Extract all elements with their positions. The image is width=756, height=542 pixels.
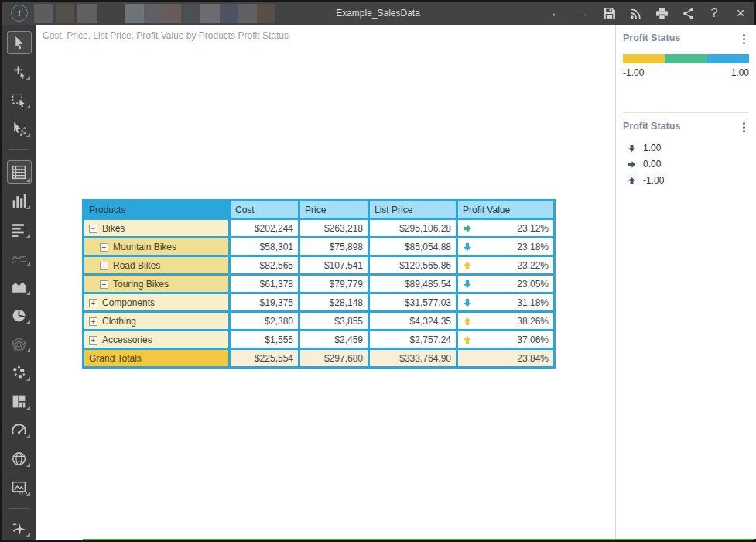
list-price-total-cell[interactable]: $333,764.90: [370, 350, 456, 366]
column-header-list-price[interactable]: List Price: [370, 201, 456, 218]
price-cell[interactable]: $75,898: [300, 238, 368, 255]
price-cell[interactable]: $28,148: [300, 294, 368, 310]
list-price-cell[interactable]: $4,324.35: [370, 313, 456, 329]
tool-line-chart[interactable]: [8, 249, 31, 267]
profit-cell[interactable]: 31.18%: [458, 294, 553, 310]
row-label: Bikes: [102, 223, 125, 234]
tool-gauge[interactable]: [8, 420, 31, 439]
price-cell[interactable]: $263,218: [300, 220, 368, 236]
toolbar-button-redacted[interactable]: [125, 4, 144, 23]
tool-select-pointer[interactable]: [7, 31, 32, 54]
profit-cell[interactable]: 23.12%: [458, 220, 553, 236]
column-header-profit-value[interactable]: Profit Value: [458, 201, 553, 218]
toolbar-button-redacted[interactable]: [257, 4, 275, 23]
toolbar-button-redacted[interactable]: [181, 4, 200, 23]
row-label-cell[interactable]: −Bikes: [84, 220, 228, 236]
tool-ai-assistant[interactable]: [8, 519, 31, 537]
list-price-cell[interactable]: $85,054.88: [370, 238, 456, 255]
row-label-cell[interactable]: +Mountain Bikes: [84, 238, 228, 255]
expand-button[interactable]: +: [100, 262, 108, 270]
profit-cell[interactable]: 37.06%: [458, 331, 553, 348]
column-header-cost[interactable]: Cost: [231, 201, 298, 218]
tool-radar-chart[interactable]: [8, 334, 31, 353]
table-header-row: Products Cost Price List Price Profit Va…: [84, 201, 553, 218]
expand-button[interactable]: +: [89, 299, 97, 307]
cost-cell[interactable]: $61,378: [231, 276, 298, 292]
expand-button[interactable]: +: [100, 280, 108, 289]
tool-image-custom[interactable]: </>: [8, 478, 31, 496]
tool-scatter-chart[interactable]: [8, 363, 31, 382]
profit-total-cell[interactable]: 23.84%: [458, 350, 553, 366]
column-header-price[interactable]: Price: [300, 201, 368, 218]
toolbar-button-redacted[interactable]: [220, 4, 238, 23]
toolbar-button-redacted[interactable]: [34, 4, 53, 23]
expand-button[interactable]: +: [100, 243, 108, 252]
pivot-table[interactable]: Products Cost Price List Price Profit Va…: [82, 199, 556, 369]
toolbar-button-redacted[interactable]: [238, 4, 257, 23]
price-total-cell[interactable]: $297,680: [300, 350, 368, 366]
cost-cell[interactable]: $58,301: [231, 238, 298, 255]
tool-map[interactable]: [8, 449, 31, 468]
list-price-cell[interactable]: $31,577.03: [370, 294, 456, 310]
kebab-menu-icon[interactable]: [738, 121, 749, 133]
price-cell[interactable]: $79,779: [300, 276, 368, 292]
tool-treemap[interactable]: [8, 392, 31, 410]
close-icon[interactable]: ×: [733, 5, 748, 21]
expand-button[interactable]: +: [89, 317, 97, 326]
share-icon[interactable]: [680, 5, 696, 21]
row-label-cell[interactable]: +Clothing: [84, 313, 228, 329]
toolbar-button-redacted[interactable]: [56, 4, 74, 23]
toolbar-button-redacted[interactable]: [77, 4, 97, 23]
cost-total-cell[interactable]: $225,554: [231, 350, 298, 366]
column-header-products[interactable]: Products: [84, 201, 228, 218]
expand-button[interactable]: +: [89, 336, 97, 345]
profit-cell[interactable]: 23.18%: [458, 238, 553, 255]
print-icon[interactable]: [654, 5, 669, 21]
help-icon[interactable]: ?: [706, 5, 722, 21]
list-price-cell[interactable]: $89,485.54: [370, 276, 456, 292]
legend-title: Profit Status: [623, 33, 680, 43]
collapse-button[interactable]: −: [89, 225, 97, 233]
toolbar-button-redacted[interactable]: [200, 4, 220, 23]
list-price-cell[interactable]: $295,106.28: [370, 220, 456, 236]
list-price-cell[interactable]: $2,757.24: [370, 331, 456, 348]
tool-grid[interactable]: [7, 160, 32, 184]
row-label-cell[interactable]: +Components: [84, 294, 228, 310]
profit-cell[interactable]: 23.22%: [458, 257, 553, 273]
cost-cell[interactable]: $202,244: [231, 220, 298, 236]
table-row: +Components $19,375 $28,148 $31,577.03 3…: [84, 294, 553, 310]
kebab-menu-icon[interactable]: [738, 33, 749, 45]
tool-bar-chart[interactable]: [8, 220, 31, 238]
grand-totals-label-cell[interactable]: Grand Totals: [84, 350, 228, 366]
info-icon[interactable]: i: [11, 5, 28, 22]
row-label-cell[interactable]: +Touring Bikes: [84, 276, 228, 292]
cost-cell[interactable]: $1,555: [231, 331, 298, 348]
price-cell[interactable]: $2,459: [300, 331, 368, 348]
tool-area-chart[interactable]: [8, 277, 31, 296]
row-label-cell[interactable]: +Road Bikes: [84, 257, 228, 273]
profit-cell[interactable]: 23.05%: [458, 276, 553, 292]
cost-cell[interactable]: $19,375: [231, 294, 298, 310]
trend-arrow-icon: [463, 298, 472, 307]
row-label-cell[interactable]: +Accessories: [84, 331, 228, 348]
price-cell[interactable]: $3,855: [300, 313, 368, 329]
tool-pie-chart[interactable]: [8, 306, 31, 324]
tool-column-chart[interactable]: [8, 191, 31, 210]
cost-cell[interactable]: $2,380: [231, 313, 298, 329]
table-row: +Mountain Bikes $58,301 $75,898 $85,054.…: [84, 238, 553, 255]
legend-item: -1.00: [628, 175, 749, 186]
tool-marquee-select[interactable]: [8, 91, 31, 109]
toolbar-button-redacted[interactable]: [144, 4, 162, 23]
gradient-segment-yellow: [623, 54, 665, 63]
save-icon[interactable]: [601, 5, 617, 21]
tool-smart-select[interactable]: [8, 119, 31, 138]
toolbar-button-redacted[interactable]: [162, 4, 181, 23]
cost-cell[interactable]: $82,565: [231, 257, 298, 273]
back-icon[interactable]: ←: [549, 5, 564, 21]
tool-move[interactable]: [8, 62, 31, 81]
list-price-cell[interactable]: $120,565.86: [370, 257, 456, 273]
profit-cell[interactable]: 38.26%: [458, 313, 553, 329]
price-cell[interactable]: $107,541: [300, 257, 368, 273]
feed-icon[interactable]: [628, 5, 643, 21]
trend-arrow-icon: [463, 261, 472, 270]
